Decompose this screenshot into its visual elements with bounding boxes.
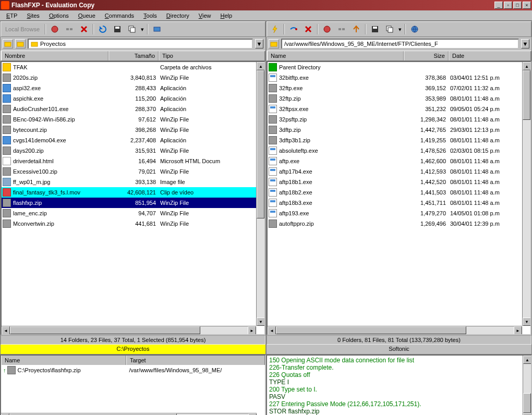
menu-etp[interactable]: ETP [2,11,21,20]
file-row[interactable]: aspi32.exe288,433Aplicación [2,83,264,93]
file-row[interactable]: aftp.exe1,462,60008/01/01 11:48 a.m [268,156,530,166]
file-row[interactable]: BEnc-0942-Win-i586.zip97,612WinZip File [2,114,264,125]
file-row[interactable]: AudioCrusher101.exe288,370Aplicación [2,104,264,114]
file-row[interactable]: 2020s.zip3,840,813WinZip File [2,72,264,83]
globe-icon[interactable] [409,23,420,35]
file-row[interactable]: 32ftpsx.exe351,23209/05/01 05:24 p.m [268,104,530,114]
file-row[interactable]: Excessive100.zip79,021WinZip File [2,166,264,177]
remote-file-list[interactable]: Parent Directory32bitftp.exe378,36803/04… [267,61,531,335]
maximize-button[interactable]: □ [513,2,522,9]
menu-tools[interactable]: Tools [139,11,161,20]
file-row[interactable]: absoluteftp.exe1,478,52602/03/01 08:15 p… [268,145,530,156]
up-folder-icon[interactable] [3,39,13,48]
connect-icon[interactable] [49,23,61,35]
col-date[interactable]: Date [449,51,531,60]
file-row[interactable]: 32ftp.exe369,15207/02/01 11:32 a.m [268,83,530,93]
file-meta: 08/01/01 11:48 a.m [450,168,529,175]
scrollbar-horizontal[interactable]: ◄► [1,413,257,415]
save-icon[interactable] [112,23,123,35]
file-row[interactable]: ff_wp01_m.jpg393,138Image file [2,177,264,187]
file-row[interactable]: aftp193.exe1,479,27014/05/01 01:08 p.m [268,208,530,218]
local-path-input[interactable]: Proyectos [28,39,253,49]
col-nombre[interactable]: Nombre [1,51,108,60]
sites-icon[interactable] [321,23,333,35]
copy-remote-icon[interactable] [384,23,395,35]
file-meta: WinZip File [160,221,263,227]
file-size: 393,138 [110,179,160,185]
menu-help[interactable]: Help [216,11,236,20]
col-tipo[interactable]: Tipo [159,51,265,60]
file-name: Mconvertwin.zip [13,221,110,227]
file-row[interactable]: Parent Directory [268,62,530,72]
file-row[interactable]: days200.zip315,931WinZip File [2,145,264,156]
file-row[interactable]: aftp18b1.exe1,442,52008/01/01 11:48 a.m [268,177,530,187]
file-row[interactable]: autoftppro.zip1,269,49630/04/01 12:39 p.… [268,218,530,229]
file-meta: Aplicación [160,95,263,102]
file-name: lame_enc.zip [13,210,110,216]
scrollbar-horizontal[interactable]: ◄► [268,326,522,334]
file-row[interactable]: aftp18b2.exe1,441,50308/01/01 11:48 a.m [268,187,530,198]
menu-commands[interactable]: Commands [101,11,138,20]
menu-options[interactable]: Options [45,11,73,20]
connect-remote-icon[interactable] [288,23,299,35]
abort-remote-icon[interactable] [303,23,314,35]
copy-icon[interactable] [126,23,138,35]
file-row[interactable]: Mconvertwin.zip441,681WinZip File [2,218,264,229]
file-row[interactable]: 3dftp3b1.zip1,419,25508/01/01 11:48 a.m [268,135,530,145]
queue-col-name[interactable]: Name [1,356,126,365]
file-row[interactable]: cvgs141demo04.exe2,237,408Aplicación [2,135,264,145]
remote-path-dropdown[interactable]: ▼ [521,39,529,48]
scrollbar-vertical[interactable]: ▲ ▼ [522,62,530,326]
col-tamano[interactable]: Tamaño [108,51,159,60]
disconnect-remote-icon[interactable] [336,23,347,35]
file-row[interactable]: flashfxp.zip851,954WinZip File [2,198,264,208]
minimize-button[interactable]: _ [494,2,503,9]
menu-sites[interactable]: Sites [22,11,43,20]
file-row[interactable]: 3dftp.zip1,442,76529/03/01 12:13 p.m [268,125,530,135]
queue-col-target[interactable]: Target [126,356,265,365]
scrollbar-vertical[interactable]: ▲ ▼ [256,62,264,326]
close-button[interactable]: × [523,2,531,9]
file-row[interactable]: driverdetail.html16,494Microsoft HTML Do… [2,156,264,166]
scrollbar-horizontal[interactable]: ◄► [2,326,256,334]
lightning-icon[interactable] [269,23,281,35]
file-row[interactable]: aftp17b4.exe1,412,59308/01/01 11:48 a.m [268,166,530,177]
file-row[interactable]: aftp18b3.exe1,451,71108/01/01 11:48 a.m [268,198,530,208]
col-size[interactable]: Size [404,51,449,60]
remote-up-icon[interactable] [269,39,279,48]
transfer-icon[interactable] [151,23,163,35]
menu-directory[interactable]: Directory [162,11,194,20]
menu-queue[interactable]: Queue [74,11,100,20]
file-row[interactable]: lame_enc.zip94,707WinZip File [2,208,264,218]
refresh-remote-icon[interactable] [350,23,362,35]
remote-pathbar: /var/www/files/Windows_95_98_ME/Internet… [267,37,531,51]
file-row[interactable]: 32ftp.zip353,98908/01/01 11:48 a.m [268,93,530,104]
local-path-dropdown[interactable]: ▼ [255,39,263,48]
refresh-icon[interactable] [97,23,108,35]
file-row[interactable]: 32psftp.zip1,298,34208/01/01 11:48 a.m [268,114,530,125]
save-remote-icon[interactable] [369,23,381,35]
restore-button[interactable]: ▫ [504,2,512,9]
scrollbar-vertical[interactable]: ▲ ▼ [523,356,531,415]
col-name[interactable]: Name [267,51,404,60]
file-row[interactable]: aspichk.exe115,200Aplicación [2,93,264,104]
file-row[interactable]: TFAKCarpeta de archivos [2,62,264,72]
remote-path-input[interactable]: /var/www/files/Windows_95_98_ME/Internet… [281,39,519,49]
disconnect-icon[interactable] [64,23,75,35]
file-row[interactable]: final_fantasy_tlk3_fs.l.mov42,608,121Cli… [2,187,264,198]
file-name: ff_wp01_m.jpg [13,179,110,185]
file-size: 378,368 [405,75,450,81]
abort-icon[interactable] [78,23,90,35]
file-name: aspi32.exe [13,85,110,91]
queue-item[interactable]: ↑ C:\Proyectos\flashfxp.zip /var/www/fil… [1,365,265,375]
file-row[interactable]: 32bitftp.exe378,36803/04/01 12:51 p.m [268,72,530,83]
menu-view[interactable]: View [195,11,215,20]
folder-icon[interactable] [15,39,26,48]
zip-icon [3,74,11,82]
local-file-list[interactable]: TFAKCarpeta de archivos2020s.zip3,840,81… [1,61,265,335]
local-pathline: C:\Proyectos [1,345,265,354]
svg-rect-9 [17,42,23,46]
file-meta: Clip de vídeo [160,189,263,196]
file-row[interactable]: bytecount.zip398,268WinZip File [2,125,264,135]
file-size: 315,931 [110,148,160,154]
